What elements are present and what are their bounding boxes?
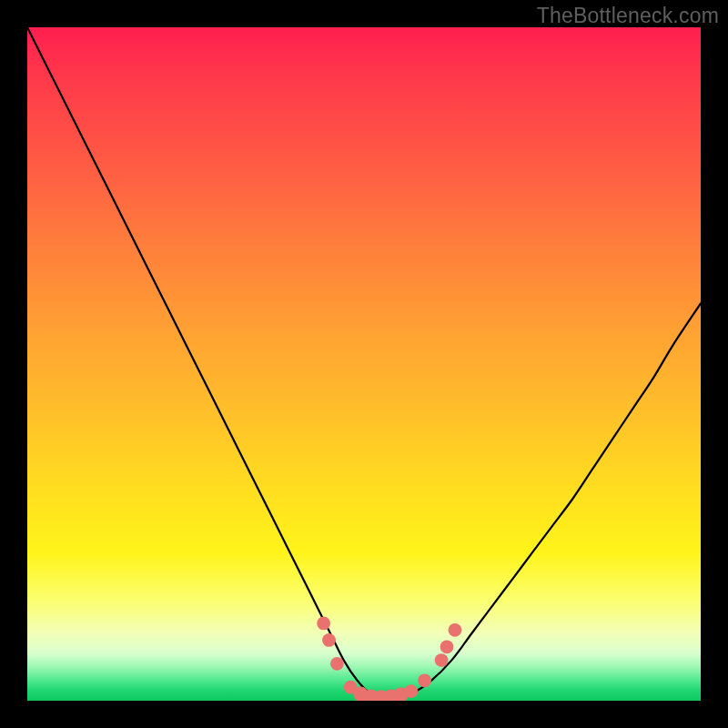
trough-marker xyxy=(330,657,344,671)
trough-marker xyxy=(449,623,462,637)
watermark-text: TheBottleneck.com xyxy=(537,4,719,28)
bottleneck-curve xyxy=(27,27,701,698)
trough-markers xyxy=(317,617,461,702)
trough-marker xyxy=(317,617,330,631)
trough-marker xyxy=(440,640,454,653)
trough-marker xyxy=(435,653,449,667)
trough-marker xyxy=(418,673,431,687)
plot-area xyxy=(27,27,701,701)
outer-frame: TheBottleneck.com xyxy=(0,0,728,728)
chart-svg xyxy=(27,27,701,701)
trough-marker xyxy=(404,684,418,698)
trough-marker xyxy=(322,633,336,647)
